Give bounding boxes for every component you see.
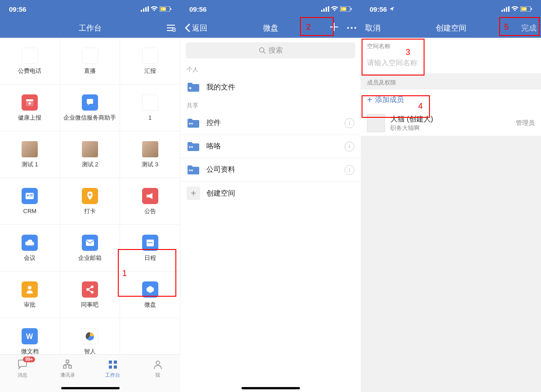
app-公费电话[interactable]: 公费电话 — [0, 38, 60, 85]
add-button[interactable] — [329, 22, 339, 34]
member-name: 大猫 (创建人) — [390, 115, 433, 124]
app-icon — [142, 94, 158, 111]
status-indicators — [141, 5, 171, 13]
svg-rect-12 — [26, 99, 33, 101]
folder-shared-icon — [187, 165, 200, 175]
svg-rect-64 — [504, 9, 505, 12]
add-member-button[interactable]: + 添加成员 — [361, 89, 541, 111]
tab-icon — [107, 359, 118, 371]
folder-icon — [187, 82, 200, 93]
nav-settings-button[interactable] — [166, 24, 176, 32]
svg-point-19 — [89, 193, 91, 196]
info-icon[interactable]: i — [344, 165, 354, 175]
svg-rect-47 — [326, 7, 327, 12]
svg-rect-40 — [109, 361, 112, 364]
app-汇报[interactable]: 汇报 — [120, 38, 180, 85]
tab-消息[interactable]: 99+消息 — [0, 355, 45, 383]
app-打卡[interactable]: 打卡 — [60, 178, 121, 225]
app-微盘[interactable]: 微盘 — [120, 272, 180, 318]
app-直播[interactable]: 直播 — [60, 38, 121, 85]
my-files-row[interactable]: 我的文件 — [180, 76, 361, 99]
svg-rect-51 — [351, 8, 352, 10]
annotation-label-3: 3 — [406, 48, 410, 57]
member-permission: 管理员 — [516, 119, 535, 127]
app-测试 1[interactable]: 测试 1 — [0, 131, 60, 178]
tab-我[interactable]: 我 — [135, 355, 180, 383]
svg-rect-65 — [506, 7, 507, 12]
svg-rect-22 — [147, 240, 154, 241]
app-icon — [142, 141, 158, 157]
svg-rect-33 — [66, 360, 69, 363]
annotation-label-1: 1 — [122, 269, 127, 278]
app-icon — [82, 48, 98, 64]
page-title: 工作台 — [0, 23, 180, 33]
svg-point-58 — [191, 123, 193, 125]
svg-rect-1 — [143, 9, 144, 12]
app-智人[interactable]: 智人 — [60, 318, 121, 354]
svg-rect-3 — [148, 6, 149, 12]
space-name-input[interactable]: 请输入空间名称 — [361, 53, 541, 73]
svg-rect-35 — [69, 365, 72, 368]
app-label: 健康上报 — [18, 114, 41, 121]
app-CRM[interactable]: CRM — [0, 178, 60, 225]
status-bar: 09:56 — [0, 0, 180, 18]
app-微文档[interactable]: W微文档 — [0, 318, 60, 354]
plus-icon: + — [187, 187, 200, 200]
tab-通讯录[interactable]: 通讯录 — [45, 355, 90, 383]
search-input[interactable]: 搜索 — [186, 42, 355, 58]
svg-rect-48 — [328, 6, 329, 12]
my-files-label: 我的文件 — [206, 83, 354, 92]
svg-rect-69 — [531, 8, 532, 10]
folder-label: 公司资料 — [206, 165, 338, 174]
home-indicator — [241, 387, 300, 389]
app-测试 2[interactable]: 测试 2 — [60, 131, 121, 178]
screen-create-space: 09:56 取消 创建空间 完成 5 空间名称 请输入空间名称 3 成员及权限 … — [361, 0, 541, 392]
folder-shared-icon — [187, 118, 200, 129]
app-企业微信服务商助手[interactable]: 企业微信服务商助手 — [60, 85, 121, 131]
home-indicator — [61, 387, 120, 389]
shared-folder-row[interactable]: 公司资料i — [180, 158, 361, 182]
app-公告[interactable]: 公告 — [120, 178, 180, 225]
app-健康上报[interactable]: 健康上报 — [0, 85, 60, 131]
app-同事吧[interactable]: 同事吧 — [60, 272, 121, 318]
app-icon — [22, 94, 38, 111]
app-企业邮箱[interactable]: 企业邮箱 — [60, 225, 121, 272]
status-bar: 09:56 — [180, 0, 361, 18]
signal-icon — [141, 5, 149, 13]
app-label: 公费电话 — [18, 67, 41, 75]
app-会议[interactable]: 会议 — [0, 225, 60, 272]
create-space-row[interactable]: + 创建空间 — [180, 182, 361, 205]
svg-point-62 — [191, 169, 193, 171]
svg-point-26 — [28, 286, 31, 290]
more-button[interactable] — [347, 27, 356, 29]
shared-folder-row[interactable]: 咯咯i — [180, 135, 361, 158]
app-icon — [82, 94, 98, 111]
location-icon — [389, 7, 394, 13]
clock: 09:56 — [189, 5, 321, 13]
app-审批[interactable]: 审批 — [0, 272, 60, 318]
member-row[interactable]: 大猫 (创建人) 职务大猫啊 管理员 — [361, 111, 541, 136]
svg-point-59 — [189, 146, 191, 148]
members-header: 成员及权限 — [361, 73, 541, 89]
app-1[interactable]: 1 — [120, 85, 180, 131]
tab-工作台[interactable]: 工作台 — [90, 355, 135, 383]
info-icon[interactable]: i — [344, 118, 354, 128]
shared-folder-row[interactable]: 控件i — [180, 111, 361, 135]
search-placeholder: 搜索 — [268, 46, 283, 55]
nav-bar: 工作台 — [0, 18, 180, 38]
app-label: 企业微信服务商助手 — [63, 114, 116, 121]
svg-point-56 — [189, 87, 192, 89]
app-测试 3[interactable]: 测试 3 — [120, 131, 180, 178]
app-icon — [22, 235, 38, 251]
done-button[interactable]: 完成 — [521, 23, 537, 33]
svg-rect-6 — [170, 8, 171, 10]
svg-rect-46 — [323, 9, 325, 12]
app-icon — [142, 235, 158, 251]
tab-icon: 99+ — [17, 359, 28, 371]
svg-line-31 — [89, 290, 91, 292]
info-icon[interactable]: i — [344, 142, 354, 151]
tab-icon — [62, 359, 73, 371]
signal-icon — [501, 5, 510, 13]
app-日程[interactable]: 日程 — [120, 225, 180, 272]
svg-point-16 — [27, 195, 29, 196]
